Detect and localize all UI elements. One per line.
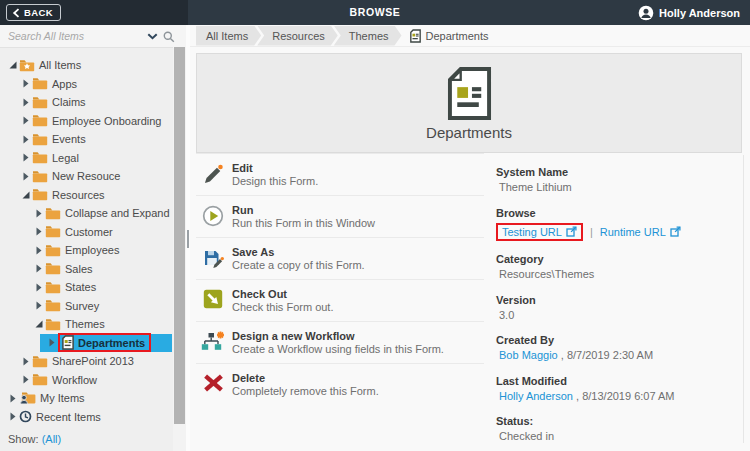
show-filter: Show: (All) — [8, 433, 61, 445]
tree-collapsed-arrow-icon[interactable] — [19, 172, 32, 181]
tree-item-employee-onboarding[interactable]: Employee Onboarding — [0, 112, 172, 131]
tree-expanded-arrow-icon[interactable] — [32, 320, 45, 328]
tree-item-label: States — [65, 281, 96, 293]
tree-expanded-arrow-icon[interactable] — [6, 61, 19, 69]
sidebar-scrollbar[interactable] — [173, 47, 186, 451]
tree-collapsed-arrow-icon[interactable] — [32, 283, 45, 292]
search-input[interactable] — [0, 25, 188, 47]
sidebar-scrollbar-thumb[interactable] — [174, 47, 185, 424]
tree-collapsed-arrow-icon[interactable] — [32, 246, 45, 255]
detail-label: Created By — [496, 334, 736, 347]
folder-icon — [32, 170, 48, 183]
tree-item-sales[interactable]: Sales — [0, 260, 172, 279]
action-title: Design a new Workflow — [232, 330, 444, 343]
action-title: Edit — [232, 162, 318, 175]
action-design-a-new-workflow[interactable]: Design a new WorkflowCreate a Workflow u… — [196, 321, 484, 363]
tree-item-label: Departments — [78, 337, 145, 349]
tree-collapsed-arrow-icon[interactable] — [45, 338, 58, 347]
detail-last-modified: Last ModifiedHolly Anderson , 8/13/2019 … — [496, 375, 736, 403]
tree-collapsed-arrow-icon[interactable] — [19, 135, 32, 144]
tree-item-claims[interactable]: Claims — [0, 93, 172, 112]
tree-collapsed-arrow-icon[interactable] — [6, 412, 19, 421]
tree-item-states[interactable]: States — [0, 278, 172, 297]
user-menu[interactable]: Holly Anderson — [638, 0, 740, 25]
breadcrumb-item-themes[interactable]: Themes — [334, 26, 402, 46]
tree-item-label: Events — [52, 133, 86, 145]
tree-item-label: Employees — [65, 244, 119, 256]
detail-value: 3.0 — [496, 308, 736, 322]
action-run[interactable]: RunRun this Form in this Window — [196, 195, 484, 237]
tree-collapsed-arrow-icon[interactable] — [19, 116, 32, 125]
detail-label: Version — [496, 294, 736, 307]
action-text: Design a new WorkflowCreate a Workflow u… — [232, 330, 444, 356]
breadcrumb-item-resources[interactable]: Resources — [257, 26, 338, 46]
breadcrumb: All ItemsResourcesThemes Departments — [190, 25, 750, 47]
tree-item-workflow[interactable]: Workflow — [0, 371, 172, 390]
detail-system-name: System NameTheme Lithium — [496, 166, 736, 194]
top-bar: BACK BROWSE Holly Anderson — [0, 0, 750, 25]
search-scope-chevron-down-icon[interactable] — [147, 33, 158, 40]
delete-icon — [200, 373, 226, 398]
action-edit[interactable]: EditDesign this Form. — [196, 153, 484, 195]
tree-item-recent-items[interactable]: Recent Items — [0, 408, 172, 427]
tree-item-events[interactable]: Events — [0, 130, 172, 149]
detail-category: CategoryResources\Themes — [496, 253, 736, 281]
tree-collapsed-arrow-icon[interactable] — [32, 209, 45, 218]
tree-item-my-items[interactable]: My Items — [0, 389, 172, 408]
tree-item-themes[interactable]: Themes — [0, 315, 172, 334]
tree-item-sharepoint-2013[interactable]: SharePoint 2013 — [0, 352, 172, 371]
action-delete[interactable]: DeleteCompletely remove this Form. — [196, 363, 484, 405]
tree-item-collapse-and-expand[interactable]: Collapse and Expand — [0, 204, 172, 223]
tree-item-legal[interactable]: Legal — [0, 149, 172, 168]
tree-collapsed-arrow-icon[interactable] — [32, 301, 45, 310]
tree-item-apps[interactable]: Apps — [0, 75, 172, 94]
details-panel: System NameTheme LithiumBrowseTesting UR… — [484, 153, 736, 451]
tree-item-label: Workflow — [52, 374, 97, 386]
folder-icon — [32, 151, 48, 164]
action-description: Completely remove this Form. — [232, 385, 379, 398]
tree-item-customer[interactable]: Customer — [0, 223, 172, 242]
action-description: Design this Form. — [232, 175, 318, 188]
link-testing-url[interactable]: Testing URL — [502, 226, 577, 238]
tree-item-departments[interactable]: Departments — [0, 334, 172, 353]
breadcrumb-current: Departments — [410, 29, 489, 43]
details-scroll-track — [743, 155, 744, 443]
tree-item-resources[interactable]: Resources — [0, 186, 172, 205]
link-runtime-url[interactable]: Runtime URL — [600, 226, 681, 238]
tree-collapsed-arrow-icon[interactable] — [32, 227, 45, 236]
tree-item-survey[interactable]: Survey — [0, 297, 172, 316]
tree-collapsed-arrow-icon[interactable] — [19, 98, 32, 107]
link-bob-maggio[interactable]: Bob Maggio — [499, 349, 558, 361]
tree-item-new-resouce[interactable]: New Resouce — [0, 167, 172, 186]
action-text: EditDesign this Form. — [232, 162, 318, 188]
folder-icon — [45, 207, 61, 220]
detail-label: System Name — [496, 166, 736, 179]
tree-collapsed-arrow-icon[interactable] — [19, 357, 32, 366]
link-holly-anderson[interactable]: Holly Anderson — [499, 390, 573, 402]
tree-collapsed-arrow-icon[interactable] — [19, 153, 32, 162]
red-callout-box: Testing URL — [496, 223, 583, 241]
action-title: Save As — [232, 246, 365, 259]
tree-item-label: Themes — [65, 318, 105, 330]
tree-item-all-items[interactable]: All Items — [0, 56, 172, 75]
actions-list: EditDesign this Form.RunRun this Form in… — [196, 153, 484, 451]
user-name: Holly Anderson — [659, 7, 740, 19]
action-check-out[interactable]: Check OutCheck this Form out. — [196, 279, 484, 321]
tree-item-employees[interactable]: Employees — [0, 241, 172, 260]
tree-collapsed-arrow-icon[interactable] — [6, 394, 19, 403]
navigation-tree: All Items Apps Claims Employee Onboardin… — [0, 48, 172, 426]
sidebar: All Items Apps Claims Employee Onboardin… — [0, 25, 188, 451]
tree-collapsed-arrow-icon[interactable] — [32, 264, 45, 273]
action-save-as[interactable]: Save AsCreate a copy of this Form. — [196, 237, 484, 279]
action-description: Check this Form out. — [232, 301, 333, 314]
folder-icon — [32, 188, 48, 201]
run-icon — [200, 205, 226, 230]
breadcrumb-item-all-items[interactable]: All Items — [196, 26, 261, 46]
tree-expanded-arrow-icon[interactable] — [19, 191, 32, 199]
tree-collapsed-arrow-icon[interactable] — [19, 79, 32, 88]
tree-collapsed-arrow-icon[interactable] — [19, 375, 32, 384]
search-icon[interactable] — [163, 31, 175, 43]
show-all-link[interactable]: (All) — [42, 433, 62, 445]
tree-item-label: Recent Items — [36, 411, 101, 423]
link-separator: | — [590, 226, 593, 238]
